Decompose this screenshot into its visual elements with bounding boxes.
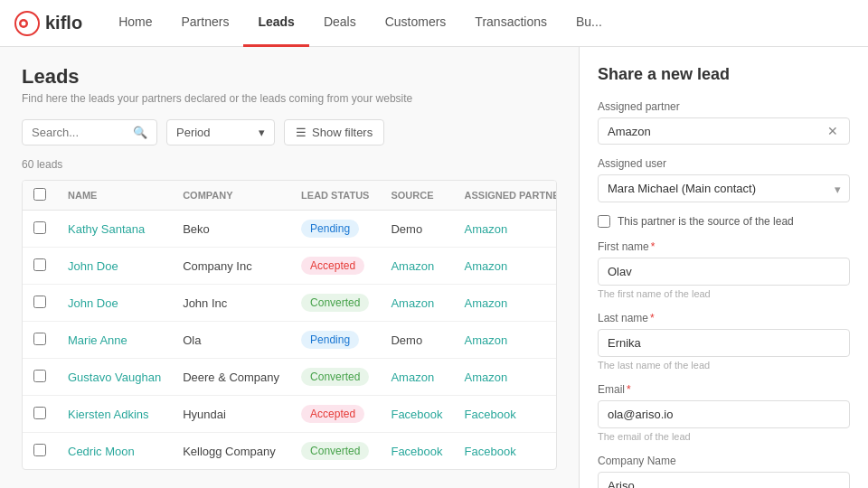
row-checkbox-cell	[23, 211, 57, 248]
cell-source: Demo	[380, 211, 453, 248]
filter-button[interactable]: ☰ Show filters	[284, 119, 384, 145]
last-name-input[interactable]	[598, 329, 850, 357]
row-checkbox-cell	[23, 359, 57, 396]
period-select[interactable]: Period ▾	[166, 119, 275, 145]
row-checkbox-cell	[23, 285, 57, 322]
partner-value[interactable]: Amazon	[465, 296, 508, 310]
assigned-user-select[interactable]: Mara Michael (Main contact)	[598, 174, 850, 202]
cell-name: Kathy Santana	[57, 211, 172, 248]
col-source: SOURCE	[380, 181, 453, 211]
partner-field[interactable]: Amazon ✕	[598, 117, 850, 145]
leads-count: 60 leads	[22, 158, 557, 171]
last-name-group: Last name* The last name of the lead	[598, 312, 850, 371]
cell-status: Converted	[290, 359, 380, 396]
lead-name-link[interactable]: John Doe	[68, 259, 118, 273]
source-value[interactable]: Facebook	[391, 445, 442, 458]
partner-value[interactable]: Amazon	[465, 371, 508, 384]
cell-company: Deere & Company	[172, 359, 290, 396]
row-checkbox[interactable]	[33, 258, 46, 271]
lead-name-link[interactable]: Gustavo Vaughan	[68, 371, 161, 384]
search-input[interactable]	[32, 126, 129, 139]
cell-name: Marie Anne	[57, 322, 172, 359]
cell-status: Accepted	[290, 396, 380, 433]
cell-name: Kiersten Adkins	[57, 396, 172, 433]
status-badge: Accepted	[301, 257, 364, 275]
lead-name-link[interactable]: Marie Anne	[68, 333, 127, 347]
leads-table: NAME COMPANY LEAD STATUS SOURCE ASSIGNED…	[22, 180, 557, 470]
lead-name-link[interactable]: Kathy Santana	[68, 222, 145, 236]
cell-source: Amazon	[380, 285, 453, 322]
nav-leads[interactable]: Leads	[243, 0, 308, 47]
period-label: Period	[176, 126, 211, 139]
lead-name-link[interactable]: Cedric Moon	[68, 445, 135, 458]
row-checkbox[interactable]	[33, 221, 46, 234]
lead-name-link[interactable]: John Doe	[68, 296, 118, 310]
nav-transactions[interactable]: Transactions	[460, 0, 561, 47]
status-badge: Converted	[301, 442, 369, 460]
status-badge: Pending	[301, 331, 359, 349]
source-value: Demo	[391, 222, 422, 236]
row-checkbox[interactable]	[33, 370, 46, 382]
table-row: John Doe Company Inc Accepted Amazon Ama…	[23, 248, 557, 285]
select-all-checkbox[interactable]	[33, 188, 46, 201]
nav-more[interactable]: Bu...	[561, 0, 617, 47]
cell-company: Kellogg Company	[172, 433, 290, 470]
table-header-row: NAME COMPANY LEAD STATUS SOURCE ASSIGNED…	[23, 181, 557, 211]
row-checkbox[interactable]	[33, 444, 46, 456]
col-status: LEAD STATUS	[290, 181, 380, 211]
cell-partner: Amazon	[454, 248, 557, 285]
row-checkbox[interactable]	[33, 407, 46, 419]
cell-source: Amazon	[380, 359, 453, 396]
col-company: COMPANY	[172, 181, 290, 211]
email-input[interactable]	[598, 400, 850, 428]
source-value[interactable]: Amazon	[391, 296, 434, 310]
nav-customers[interactable]: Customers	[371, 0, 461, 47]
logo[interactable]: kiflo	[14, 11, 82, 36]
partner-value[interactable]: Facebook	[465, 408, 516, 421]
first-name-label: First name*	[598, 240, 850, 253]
period-chevron-icon: ▾	[259, 126, 265, 139]
partner-clear-button[interactable]: ✕	[826, 124, 840, 138]
cell-partner: Amazon	[454, 285, 557, 322]
logo-icon	[14, 11, 40, 36]
page-title: Leads	[22, 65, 557, 89]
company-input[interactable]	[598, 472, 850, 488]
table-row: Gustavo Vaughan Deere & Company Converte…	[23, 359, 557, 396]
partner-value[interactable]: Facebook	[465, 445, 516, 458]
cell-name: Gustavo Vaughan	[57, 359, 172, 396]
nav-home[interactable]: Home	[104, 0, 166, 47]
source-value[interactable]: Facebook	[391, 408, 442, 421]
cell-partner: Facebook	[454, 396, 557, 433]
lead-name-link[interactable]: Kiersten Adkins	[68, 408, 149, 421]
nav-partners[interactable]: Partners	[166, 0, 243, 47]
partner-value[interactable]: Amazon	[465, 259, 508, 273]
partner-value[interactable]: Amazon	[465, 222, 508, 236]
row-checkbox[interactable]	[33, 296, 46, 308]
assigned-partner-label: Assigned partner	[598, 100, 850, 113]
row-checkbox-cell	[23, 322, 57, 359]
cell-company: John Inc	[172, 285, 290, 322]
partner-value[interactable]: Amazon	[465, 333, 508, 347]
cell-company: Hyundai	[172, 396, 290, 433]
search-box[interactable]: 🔍	[22, 119, 157, 145]
row-checkbox[interactable]	[33, 333, 46, 345]
source-value[interactable]: Amazon	[391, 371, 434, 384]
source-checkbox-label[interactable]: This partner is the source of the lead	[618, 215, 794, 228]
assigned-user-label: Assigned user	[598, 157, 850, 170]
cell-company: Company Inc	[172, 248, 290, 285]
nav-deals[interactable]: Deals	[309, 0, 371, 47]
cell-source: Facebook	[380, 433, 453, 470]
cell-source: Amazon	[380, 248, 453, 285]
email-group: Email* The email of the lead	[598, 383, 850, 442]
cell-source: Demo	[380, 322, 453, 359]
cell-partner: Facebook	[454, 433, 557, 470]
partner-value: Amazon	[608, 125, 826, 138]
source-checkbox[interactable]	[598, 215, 610, 228]
cell-company: Ola	[172, 322, 290, 359]
cell-status: Converted	[290, 433, 380, 470]
status-badge: Pending	[301, 220, 359, 238]
source-value[interactable]: Amazon	[391, 259, 434, 273]
first-name-input[interactable]	[598, 258, 850, 286]
right-panel: Share a new lead Assigned partner Amazon…	[579, 47, 868, 488]
toolbar: 🔍 Period ▾ ☰ Show filters	[22, 119, 557, 145]
